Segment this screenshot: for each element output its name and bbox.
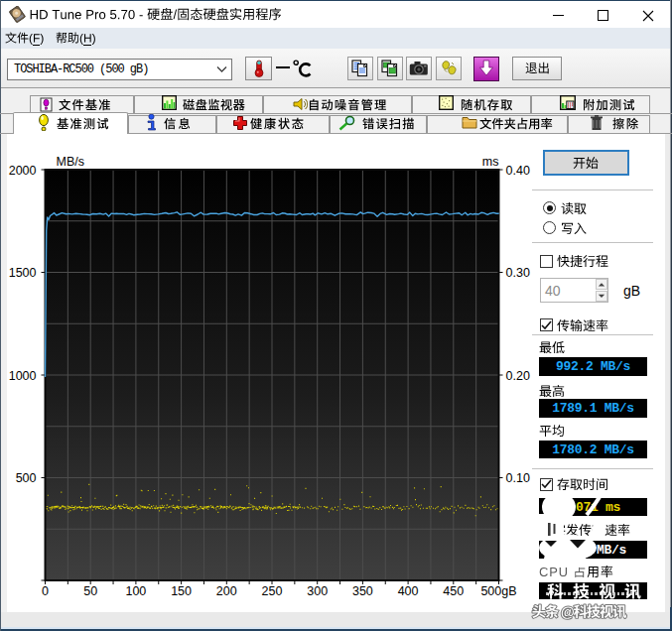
svg-text:450: 450 — [443, 584, 464, 598]
svg-text:200: 200 — [216, 584, 237, 598]
svg-text:500gB: 500gB — [480, 584, 516, 598]
svg-text:50: 50 — [83, 584, 97, 598]
svg-text:300: 300 — [307, 584, 328, 598]
svg-text:1000: 1000 — [9, 369, 37, 383]
svg-text:1500: 1500 — [9, 266, 37, 280]
svg-text:400: 400 — [398, 584, 419, 598]
svg-text:100: 100 — [125, 584, 146, 598]
svg-text:MB/s: MB/s — [57, 155, 84, 169]
svg-text:350: 350 — [352, 584, 373, 598]
svg-text:ms: ms — [482, 155, 499, 169]
svg-text:0.30: 0.30 — [506, 266, 530, 280]
svg-text:0.20: 0.20 — [506, 369, 530, 383]
svg-text:0.10: 0.10 — [506, 471, 530, 485]
svg-text:0.40: 0.40 — [506, 164, 530, 178]
svg-text:500: 500 — [16, 471, 37, 485]
svg-text:150: 150 — [171, 584, 192, 598]
svg-text:250: 250 — [262, 584, 283, 598]
svg-text:2000: 2000 — [9, 164, 37, 178]
svg-text:0: 0 — [42, 584, 49, 598]
